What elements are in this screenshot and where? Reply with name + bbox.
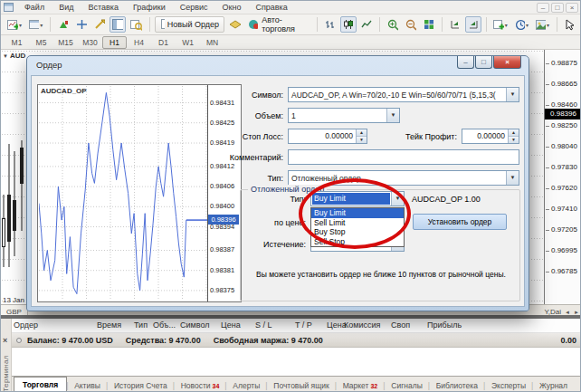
comment-input[interactable] bbox=[288, 149, 519, 165]
terminal-panel: × Терминал ОрдерВремяТипОбъ...СимволЦена… bbox=[1, 319, 581, 392]
column-header[interactable]: Ордер bbox=[14, 320, 38, 330]
timeframe-button[interactable]: W1 bbox=[176, 36, 200, 49]
takeprofit-stepper[interactable]: 0.00000 ▲▼ bbox=[462, 129, 519, 144]
timeframe-button[interactable]: MN bbox=[200, 36, 224, 49]
indicators-button[interactable]: ▾ bbox=[491, 16, 510, 33]
dropdown-option[interactable]: Sell Limit bbox=[311, 218, 404, 228]
terminal-tab[interactable]: Почтовый ящик bbox=[266, 378, 335, 392]
column-header[interactable]: Объ... bbox=[153, 320, 176, 330]
column-header[interactable]: Тип bbox=[134, 320, 148, 330]
menu-item[interactable]: Файл bbox=[17, 2, 52, 13]
auto-scroll-button[interactable] bbox=[447, 16, 463, 33]
chevron-down-icon: ▾ bbox=[547, 22, 549, 28]
terminal-tab[interactable]: Эксперты bbox=[484, 378, 532, 392]
order-type-select[interactable]: Отложенный ордер ▼ bbox=[288, 170, 519, 186]
terminal-tab[interactable]: Сигналы bbox=[384, 378, 428, 392]
new-order-icon bbox=[160, 19, 165, 31]
terminal-tab[interactable]: Библиотека bbox=[429, 378, 484, 392]
menu: ФайлВидВставкаГрафикиСервисОкноСправка bbox=[17, 2, 295, 13]
menu-item[interactable]: Вид bbox=[52, 2, 81, 13]
candlestick-chart-button[interactable] bbox=[340, 16, 357, 33]
tile-windows-button[interactable] bbox=[421, 16, 437, 33]
volume-select[interactable]: 1 ▼ bbox=[288, 108, 400, 123]
zoom-in-button[interactable] bbox=[385, 16, 401, 33]
symbol-value: AUDCAD_OP, A Win=70/20,-10 E Win=50/60/7… bbox=[289, 91, 506, 100]
terminal-close-icon[interactable]: × bbox=[3, 337, 7, 345]
timeframe-button[interactable]: M15 bbox=[53, 36, 78, 49]
terminal-tab[interactable]: Журнал bbox=[532, 378, 574, 392]
objects-button[interactable] bbox=[91, 16, 108, 33]
expert-advisors-icon[interactable] bbox=[226, 16, 243, 33]
menu-item[interactable]: Вставка bbox=[81, 2, 125, 13]
volume-label: Объем: bbox=[195, 111, 283, 120]
column-header[interactable]: S / L bbox=[255, 320, 272, 330]
terminal-side-strip: × Терминал bbox=[1, 319, 12, 392]
dropdown-option[interactable]: Sell Stop bbox=[311, 237, 404, 247]
dialog-close-icon[interactable]: × bbox=[493, 56, 521, 69]
timeframe-button[interactable]: M30 bbox=[78, 36, 102, 49]
timeframe-button[interactable]: D1 bbox=[151, 36, 176, 49]
chevron-down-icon[interactable]: ▼ bbox=[386, 109, 399, 122]
candlestick bbox=[13, 151, 16, 256]
symbol-label: Символ: bbox=[195, 91, 283, 100]
bar-chart-button[interactable] bbox=[322, 16, 338, 33]
market-watch-button[interactable] bbox=[55, 16, 71, 33]
terminal-tab[interactable]: История Счета bbox=[107, 378, 174, 392]
mini-chart-plot bbox=[38, 85, 208, 301]
terminal-tab[interactable]: Активы bbox=[67, 378, 107, 392]
restore-icon[interactable]: □ bbox=[551, 3, 564, 13]
column-header[interactable]: Время bbox=[97, 320, 121, 330]
column-header[interactable]: Прибыль bbox=[427, 320, 462, 330]
chevron-down-icon[interactable]: ▼ bbox=[391, 192, 404, 206]
crosshair-button[interactable] bbox=[73, 16, 90, 33]
line-chart-button[interactable] bbox=[358, 16, 375, 33]
column-header[interactable]: T / P bbox=[295, 320, 312, 330]
chart-shift-button[interactable] bbox=[465, 16, 481, 33]
timeframe-button[interactable]: H4 bbox=[127, 36, 151, 49]
spin-down-icon[interactable]: ▼ bbox=[509, 136, 519, 143]
templates-button[interactable]: ▾ bbox=[533, 16, 552, 33]
menu-item[interactable]: Графики bbox=[126, 2, 173, 13]
menu-item[interactable]: Окно bbox=[215, 2, 249, 13]
strategy-tester-button[interactable] bbox=[128, 16, 145, 33]
price-label: 0.98040 bbox=[545, 136, 581, 157]
scroll-left-icon[interactable]: ◄ bbox=[565, 310, 570, 315]
auto-trading-button[interactable]: Авто-торговля bbox=[245, 16, 312, 33]
spin-up-icon[interactable]: ▲ bbox=[509, 129, 519, 136]
symbol-select[interactable]: AUDCAD_OP, A Win=70/20,-10 E Win=50/60/7… bbox=[288, 87, 519, 102]
menu-item[interactable]: Справка bbox=[248, 2, 294, 13]
column-header[interactable]: Комиссия bbox=[344, 320, 380, 330]
terminal-tab[interactable]: Алерты bbox=[225, 378, 266, 392]
dropdown-option[interactable]: Buy Limit bbox=[311, 208, 404, 218]
periods-button[interactable]: ▾ bbox=[512, 16, 531, 33]
minimize-icon[interactable]: – bbox=[537, 3, 549, 13]
column-header[interactable]: Символ bbox=[180, 320, 209, 330]
column-header[interactable]: Цена bbox=[221, 320, 241, 330]
dialog-maximize-icon[interactable]: □ bbox=[475, 56, 492, 69]
timeframe-button[interactable]: M1 bbox=[5, 36, 29, 49]
expiry-label: Истечение: bbox=[249, 240, 306, 249]
timeframe-button[interactable]: H1 bbox=[102, 36, 127, 49]
data-window-button[interactable] bbox=[110, 16, 126, 33]
cursor-button[interactable] bbox=[562, 16, 578, 33]
dialog-minimize-icon[interactable]: – bbox=[457, 56, 474, 69]
price-label: 0.97410 bbox=[545, 198, 581, 219]
chevron-down-icon[interactable]: ▼ bbox=[506, 171, 519, 185]
profiles-button[interactable]: ▾ bbox=[26, 16, 45, 33]
pending-type-select[interactable]: Buy Limit ▼ bbox=[310, 191, 405, 206]
terminal-tab[interactable]: Маркет32 bbox=[336, 378, 385, 392]
scroll-right-icon[interactable]: ► bbox=[574, 310, 579, 315]
place-order-button[interactable]: Установить ордер bbox=[413, 214, 507, 230]
dropdown-option[interactable]: Buy Stop bbox=[311, 227, 404, 237]
new-chart-button[interactable]: ▾ bbox=[5, 16, 24, 33]
new-order-button[interactable]: Новый Ордер bbox=[155, 16, 225, 33]
timeframe-button[interactable]: M5 bbox=[29, 36, 53, 49]
zoom-out-button[interactable] bbox=[403, 16, 419, 33]
candlestick bbox=[7, 144, 11, 267]
menu-item[interactable]: Сервис bbox=[173, 2, 215, 13]
chevron-down-icon[interactable]: ▼ bbox=[506, 88, 519, 101]
terminal-tab[interactable]: Торговля bbox=[14, 377, 67, 392]
close-icon[interactable]: × bbox=[566, 3, 578, 13]
terminal-tab[interactable]: Новости34 bbox=[174, 378, 226, 392]
column-header[interactable]: Своп bbox=[391, 320, 410, 330]
